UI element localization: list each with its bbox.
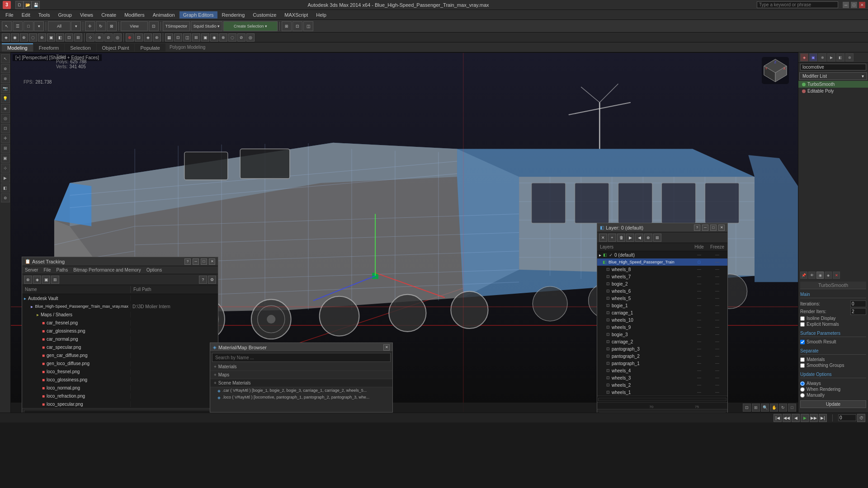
create-selection[interactable]: Create Selection ▾ (223, 21, 278, 31)
render-btn4[interactable]: ⊞ (192, 33, 200, 42)
materials-check[interactable] (800, 357, 805, 362)
snap-btn3[interactable]: ⊘ (104, 33, 113, 42)
menu-modifiers[interactable]: Modifiers (121, 11, 148, 19)
update-button[interactable]: Update (800, 400, 866, 408)
layer-scrollbar[interactable] (597, 396, 727, 402)
lt-spacewarp[interactable]: ⊞ (1, 144, 10, 153)
mat-maps-section[interactable]: + Maps (210, 371, 392, 379)
asset-panel-header[interactable]: 📋 Asset Tracking ? ─ □ ✕ (22, 257, 218, 266)
layer-row-wheels7[interactable]: ⊡wheels_7—— (597, 273, 727, 280)
layer-row-carriage1[interactable]: ⊡carriage_1—— (597, 309, 727, 316)
mat-search-input[interactable] (212, 353, 391, 362)
render-btn8[interactable]: ◌ (228, 33, 236, 42)
layer-row-wheels5[interactable]: ⊡wheels_5—— (597, 295, 727, 302)
frame-input[interactable] (838, 414, 856, 421)
tab-populate[interactable]: Populate (135, 43, 165, 52)
minimize-btn[interactable]: ─ (843, 2, 849, 8)
select-by-name-btn[interactable]: ☰ (13, 21, 23, 31)
lt-link[interactable]: ⊕ (1, 64, 10, 73)
layer-row-wheels4[interactable]: ⊡wheels_4—— (597, 367, 727, 374)
explicit-normals-check[interactable] (800, 322, 805, 327)
mat-close-btn[interactable]: ✕ (383, 344, 390, 351)
snap-btn1[interactable]: ⊹ (86, 33, 94, 42)
extra-btn3[interactable]: ◫ (303, 21, 313, 31)
always-radio[interactable] (800, 381, 805, 386)
render-btn3[interactable]: ◫ (183, 33, 191, 42)
layer-restore-btn[interactable]: □ (710, 225, 717, 231)
asset-restore-btn[interactable]: □ (201, 258, 207, 265)
sub-btn4[interactable]: ◌ (29, 33, 37, 42)
layer-row-wheels8[interactable]: ⊡wheels_8—— (597, 266, 727, 273)
asset-scrollbar[interactable] (24, 410, 216, 413)
menu-rendering[interactable]: Rendering (218, 11, 249, 19)
tree-item-car-glossiness[interactable]: ■car_glossiness.png (22, 327, 218, 335)
layer-row-wheels3[interactable]: ⊡wheels_3—— (597, 374, 727, 381)
smooth-result-check[interactable] (800, 340, 805, 344)
tree-item-car-fresnel[interactable]: ■car_fresnel.png (22, 319, 218, 327)
play-btn[interactable]: ▶ (801, 414, 809, 422)
close-btn[interactable]: ✕ (859, 2, 865, 8)
sub-btn9[interactable]: ⊞ (74, 33, 82, 42)
filter-dropdown[interactable]: All (48, 21, 71, 31)
menu-customize[interactable]: Customize (249, 11, 280, 19)
anim-btn1[interactable]: ⊕ (126, 33, 134, 42)
layer-header[interactable]: ◧ Layer: 0 (default) ? ─ □ ✕ (597, 223, 727, 232)
tree-item-car-normal[interactable]: ■car_normal.png (22, 335, 218, 343)
mat-materials-section[interactable]: + Materials (210, 363, 392, 371)
asset-menu-server[interactable]: Server (25, 267, 38, 272)
tree-item-loco-refraction[interactable]: ■loco_refraction.png (22, 392, 218, 400)
menu-views[interactable]: Views (76, 11, 97, 19)
rp-display-btn[interactable]: ◧ (836, 53, 844, 61)
mat-browser-header[interactable]: ◈ Material/Map Browser ✕ (210, 343, 392, 352)
next-frame-btn[interactable]: ▶| (819, 414, 827, 422)
menu-animation[interactable]: Animation (149, 11, 179, 19)
lt-helper[interactable]: ✛ (1, 134, 10, 143)
remove-modifier-btn[interactable]: ✕ (833, 272, 840, 279)
isoline-check[interactable] (800, 316, 805, 321)
rp-hierarchy-btn[interactable]: ⊕ (818, 53, 826, 61)
layer-help-btn[interactable]: ? (694, 225, 700, 231)
sub-btn7[interactable]: ◧ (56, 33, 64, 42)
layer-move-to-btn[interactable]: ▶ (626, 234, 634, 242)
select-options[interactable]: ▾ (34, 21, 44, 31)
tree-item-maxfile[interactable]: ▸ Blue_High-Speed_Passenger_Train_max_vr… (22, 302, 218, 310)
select-rectangle[interactable]: □ (24, 21, 33, 31)
next-key-btn[interactable]: ▶▶ (810, 414, 818, 422)
anim-btn3[interactable]: ◈ (144, 33, 152, 42)
tree-item-gen-car-diffuse[interactable]: ■gen_car_diffuse.png (22, 351, 218, 359)
layer-select-all-btn[interactable]: ✕ (599, 234, 607, 242)
asset-menu-paths[interactable]: Paths (57, 267, 68, 272)
tree-item-gen-loco-diffuse[interactable]: ■gen_loco_diffuse.png (22, 359, 218, 367)
render-btn1[interactable]: ▦ (165, 33, 173, 42)
modifier-epoly[interactable]: Editable Poly (798, 88, 868, 94)
layer-move-from-btn[interactable]: ◀ (635, 234, 643, 242)
save-btn[interactable]: 💾 (32, 1, 40, 9)
extra-btn2[interactable]: ⊡ (292, 21, 302, 31)
asset-tb-btn1[interactable]: ⊕ (24, 276, 32, 284)
arc-rotate-btn[interactable]: ↻ (779, 404, 787, 412)
asset-menu-bitmap[interactable]: Bitmap Performance and Memory (73, 267, 141, 272)
maximize-btn[interactable]: □ (851, 2, 857, 8)
asset-minimize-btn[interactable]: ─ (193, 258, 199, 265)
asset-tb-btn3[interactable]: ▣ (42, 276, 50, 284)
select-object-btn[interactable]: ↖ (2, 21, 12, 31)
render-btn7[interactable]: ⊗ (219, 33, 227, 42)
tree-item-loco-normal[interactable]: ■loco_normal.png (22, 384, 218, 392)
asset-menu-file[interactable]: File (43, 267, 51, 272)
tree-item-loco-fresnel[interactable]: ■loco_fresnel.png (22, 367, 218, 375)
new-btn[interactable]: 🗋 (15, 1, 24, 9)
asset-settings-btn[interactable]: ⚙ (208, 276, 216, 284)
layer-row-wheels9[interactable]: ⊡wheels_9—— (597, 324, 727, 331)
prev-key-btn[interactable]: ◀◀ (783, 414, 791, 422)
lt-system[interactable]: ⊡ (1, 124, 10, 133)
layer-new-btn[interactable]: + (608, 234, 616, 242)
tab-object-paint[interactable]: Object Paint (97, 43, 135, 52)
mat-scene-item-1[interactable]: ◈ .car ( VRayMtl ) [bogie_1, bogie_2, bo… (210, 387, 392, 394)
layer-close-btn[interactable]: ✕ (718, 225, 725, 231)
anim-btn4[interactable]: ⊛ (153, 33, 161, 42)
render-btn9[interactable]: ⊘ (237, 33, 245, 42)
rp-create-btn[interactable]: ◈ (800, 53, 808, 61)
zoom-extents-btn[interactable]: ⊡ (743, 404, 751, 412)
anim-btn2[interactable]: ⊡ (135, 33, 143, 42)
tab-freeform[interactable]: Freeform (33, 43, 65, 52)
